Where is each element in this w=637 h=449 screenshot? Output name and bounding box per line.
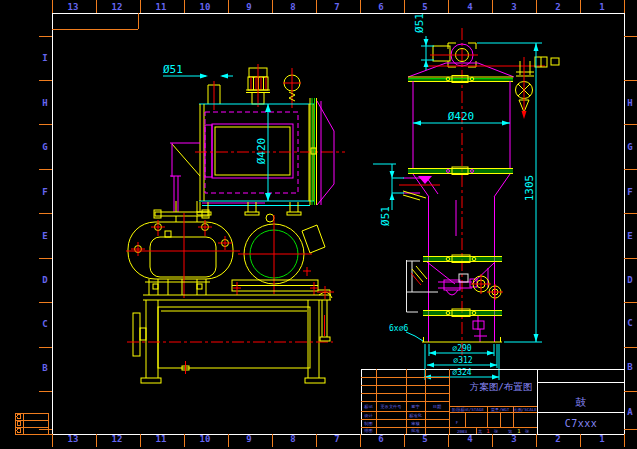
zone-number: 9 bbox=[246, 434, 251, 444]
zone-number: 7 bbox=[334, 2, 339, 12]
side-drain-pipe bbox=[317, 286, 334, 341]
zone-number: 13 bbox=[68, 2, 79, 12]
zone-number: 3 bbox=[511, 434, 516, 444]
zone-letter: F bbox=[627, 187, 632, 197]
zone-number: 2 bbox=[555, 2, 560, 12]
zone-letter: G bbox=[42, 142, 47, 152]
zone-letter: D bbox=[627, 275, 633, 285]
zone-number: 3 bbox=[511, 2, 516, 12]
zone-number: 4 bbox=[467, 434, 473, 444]
zone-letter: B bbox=[627, 362, 633, 372]
sig-trace: 描图 bbox=[364, 428, 372, 433]
rev-header-date: 日期 bbox=[433, 404, 441, 409]
weight-label: 重量/WGT bbox=[491, 407, 510, 412]
lifting-eye bbox=[266, 214, 274, 222]
internals bbox=[407, 260, 504, 312]
motor bbox=[232, 214, 325, 295]
zone-number: 7 bbox=[334, 434, 339, 444]
product-name: 鼓 bbox=[575, 396, 587, 409]
zone-number: 12 bbox=[112, 434, 123, 444]
zone-number: 5 bbox=[422, 434, 427, 444]
zone-letter: F bbox=[42, 187, 47, 197]
zone-number: 6 bbox=[378, 434, 383, 444]
sig-draft: 制图 bbox=[364, 421, 372, 426]
year: 2003 bbox=[457, 429, 468, 434]
sheet-total-label: 共 bbox=[478, 429, 483, 434]
zone-number: 11 bbox=[156, 434, 167, 444]
bolt-note: 6x⌀6 bbox=[389, 324, 408, 333]
top-head bbox=[408, 63, 514, 77]
sig-approve: 批准 bbox=[410, 428, 420, 433]
sheet-no-value: 1 bbox=[517, 428, 520, 434]
zone-letter: C bbox=[627, 318, 632, 328]
discharge bbox=[473, 316, 487, 342]
rev-header-doc: 更改文件号 bbox=[381, 404, 403, 409]
sheet-unit1: 张 bbox=[494, 429, 499, 434]
zone-labels: 13 12 11 10 9 8 7 6 5 4 3 2 1 13 12 11 1… bbox=[42, 2, 633, 444]
zone-letter: C bbox=[42, 319, 47, 329]
right-view-vessel: Ø51 Ø420 1305 Ø51 6x⌀6 ⌀290 ⌀312 ⌀324 bbox=[373, 13, 559, 380]
drawing-sheet: 13 12 11 10 9 8 7 6 5 4 3 2 1 13 12 11 1… bbox=[0, 0, 637, 449]
support-bracket bbox=[407, 260, 439, 312]
zone-number: 8 bbox=[290, 434, 295, 444]
dim-label-shell: Ø420 bbox=[448, 110, 475, 123]
flange-mid bbox=[408, 167, 513, 175]
drawing-title: 方案图/布置图 bbox=[470, 381, 533, 392]
zone-letter: H bbox=[42, 98, 47, 108]
zone-letter: E bbox=[627, 231, 632, 241]
zone-number: 6 bbox=[378, 2, 383, 12]
pressure-gauge bbox=[283, 68, 301, 108]
zone-number: 5 bbox=[422, 2, 427, 12]
zone-letter: A bbox=[627, 407, 633, 417]
dim-label-top-nozzle: Ø51 bbox=[413, 13, 426, 33]
zone-number: 10 bbox=[200, 434, 211, 444]
zone-letter: H bbox=[627, 98, 632, 108]
sheet-total-value: 1 bbox=[486, 428, 489, 434]
zone-number: 1 bbox=[599, 434, 604, 444]
dim-label-body: Ø420 bbox=[255, 138, 268, 165]
roots-blower bbox=[126, 213, 240, 298]
sheet-unit2: 张 bbox=[525, 429, 530, 434]
flange-lower-1 bbox=[423, 255, 502, 263]
sheet-no-label: 第 bbox=[508, 429, 512, 434]
box-supports bbox=[197, 202, 301, 215]
left-view-blower-assembly: Ø51 Ø420 bbox=[126, 63, 345, 383]
rev-header-mark: 标记 bbox=[364, 404, 373, 410]
cad-canvas[interactable]: 13 12 11 10 9 8 7 6 5 4 3 2 1 13 12 11 1… bbox=[0, 0, 637, 449]
zone-letter: G bbox=[627, 142, 632, 152]
side-nozzle bbox=[399, 176, 440, 200]
dim-label-height: 1305 bbox=[523, 175, 536, 202]
sig-design: 设计 bbox=[364, 413, 373, 418]
sig-check: 审核 bbox=[411, 421, 420, 426]
blower-feet bbox=[145, 279, 210, 295]
suction-flange bbox=[133, 313, 140, 356]
base-stand bbox=[127, 286, 334, 383]
terminal-box bbox=[302, 225, 325, 253]
zone-number: 10 bbox=[200, 2, 211, 12]
sig-standard: 标准化 bbox=[409, 413, 422, 419]
stage-value: F bbox=[456, 420, 459, 425]
dim-label-d312: ⌀312 bbox=[453, 356, 472, 365]
dim-label-side-nozzle: Ø51 bbox=[379, 206, 392, 226]
zone-letter: B bbox=[42, 363, 48, 373]
zone-letter: D bbox=[42, 275, 48, 285]
zone-number: 4 bbox=[467, 2, 473, 12]
zone-letter: E bbox=[42, 231, 47, 241]
highlight-bar bbox=[17, 407, 48, 411]
zone-number: 11 bbox=[156, 2, 167, 12]
zone-number: 12 bbox=[112, 2, 123, 12]
zone-number: 8 bbox=[290, 2, 295, 12]
inlet-duct bbox=[154, 143, 209, 222]
zone-number: 1 bbox=[599, 2, 604, 12]
rev-header-sign: 签字 bbox=[411, 404, 420, 409]
zone-number: 2 bbox=[555, 434, 560, 444]
selection-grip[interactable] bbox=[625, 52, 631, 62]
filter-box bbox=[195, 104, 345, 206]
dim-label-d290: ⌀290 bbox=[452, 344, 471, 353]
left-view-dimensions: Ø51 Ø420 bbox=[163, 63, 271, 201]
corner-revision-block bbox=[13, 407, 52, 434]
silencer bbox=[246, 64, 270, 107]
zone-number: 13 bbox=[68, 434, 79, 444]
right-view-dimensions: Ø51 Ø420 1305 Ø51 6x⌀6 ⌀290 ⌀312 ⌀324 bbox=[373, 13, 542, 380]
zone-letter: I bbox=[42, 53, 47, 63]
